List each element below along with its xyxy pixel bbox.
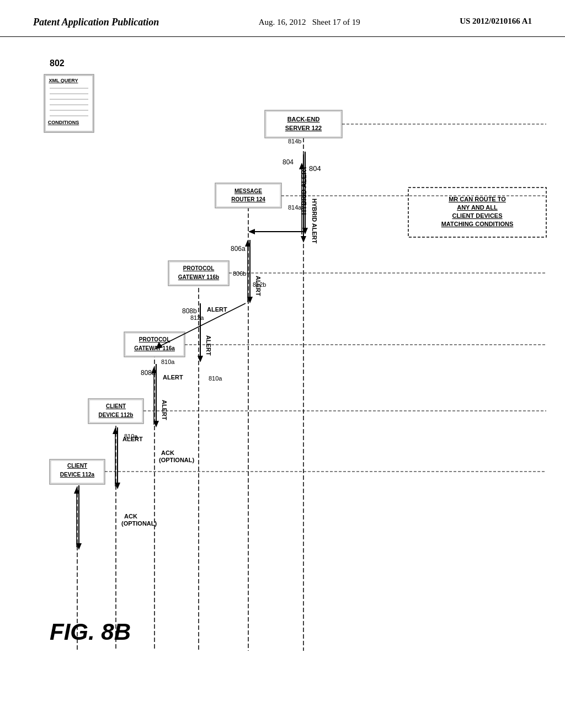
svg-text:812a: 812a [190, 314, 204, 321]
svg-text:ALERT: ALERT [205, 335, 212, 356]
svg-text:XML QUERY: XML QUERY [49, 78, 78, 83]
ref-802: 802 [50, 58, 65, 68]
svg-text:ACK: ACK [124, 513, 137, 520]
svg-text:ALERT: ALERT [163, 374, 183, 381]
svg-text:FIG. 8B: FIG. 8B [50, 619, 131, 645]
svg-text:806a: 806a [231, 245, 246, 253]
svg-text:CLIENT DEVICES: CLIENT DEVICES [452, 212, 502, 219]
svg-marker-54 [248, 229, 255, 234]
header-date-sheet: Aug. 16, 2012 Sheet 17 of 19 [259, 17, 360, 28]
svg-text:812b: 812b [253, 281, 266, 288]
svg-text:GATEWAY 116b: GATEWAY 116b [178, 274, 219, 280]
svg-text:BACK-END: BACK-END [287, 116, 320, 122]
header-patent-number: US 2012/0210166 A1 [460, 17, 532, 26]
page: Patent Application Publication Aug. 16, … [0, 0, 565, 728]
svg-text:GATEWAY 116a: GATEWAY 116a [134, 345, 175, 351]
header: Patent Application Publication Aug. 16, … [0, 0, 565, 37]
svg-text:ALERT: ALERT [207, 306, 227, 313]
svg-text:CONDITIONS: CONDITIONS [48, 120, 79, 125]
svg-text:808b: 808b [182, 307, 197, 315]
svg-text:804: 804 [309, 164, 321, 173]
svg-text:(OPTIONAL): (OPTIONAL) [121, 520, 157, 527]
svg-text:ROUTER 124: ROUTER 124 [231, 196, 265, 202]
svg-marker-52 [301, 236, 306, 243]
svg-text:810a: 810a [209, 375, 222, 382]
svg-text:CLIENT: CLIENT [67, 463, 87, 469]
header-publication-label: Patent Application Publication [33, 17, 159, 28]
svg-text:(OPTIONAL): (OPTIONAL) [159, 457, 194, 463]
svg-text:814a: 814a [288, 204, 302, 211]
svg-text:MATCHING CONDITIONS: MATCHING CONDITIONS [441, 221, 514, 227]
svg-text:806b: 806b [233, 270, 246, 277]
svg-text:PROTOCOL: PROTOCOL [139, 336, 170, 342]
svg-text:MESSAGE: MESSAGE [234, 188, 262, 194]
svg-text:DEVICE 112a: DEVICE 112a [60, 472, 95, 478]
svg-text:ANY AND ALL: ANY AND ALL [457, 204, 498, 211]
svg-text:DEVICE 112b: DEVICE 112b [99, 412, 134, 418]
svg-text:ALERT: ALERT [161, 400, 168, 420]
svg-text:MR CAN ROUTE TO: MR CAN ROUTE TO [449, 196, 506, 202]
xml-query-doc: XML QUERY CONDITIONS [44, 74, 94, 132]
svg-text:CLIENT: CLIENT [106, 403, 126, 409]
svg-text:ACK: ACK [161, 449, 174, 456]
svg-rect-17 [266, 111, 341, 137]
svg-text:814b: 814b [288, 138, 301, 144]
svg-text:804: 804 [282, 158, 294, 166]
svg-line-72 [157, 303, 246, 347]
svg-text:HYBRID ALERT: HYBRID ALERT [311, 199, 318, 244]
svg-text:810a: 810a [161, 358, 175, 365]
svg-text:PROTOCOL: PROTOCOL [183, 265, 214, 271]
diagram-svg: 802 XML QUERY CONDITIONS [33, 44, 552, 678]
svg-text:810a: 810a [124, 433, 138, 440]
svg-text:SERVER 122: SERVER 122 [285, 125, 322, 131]
